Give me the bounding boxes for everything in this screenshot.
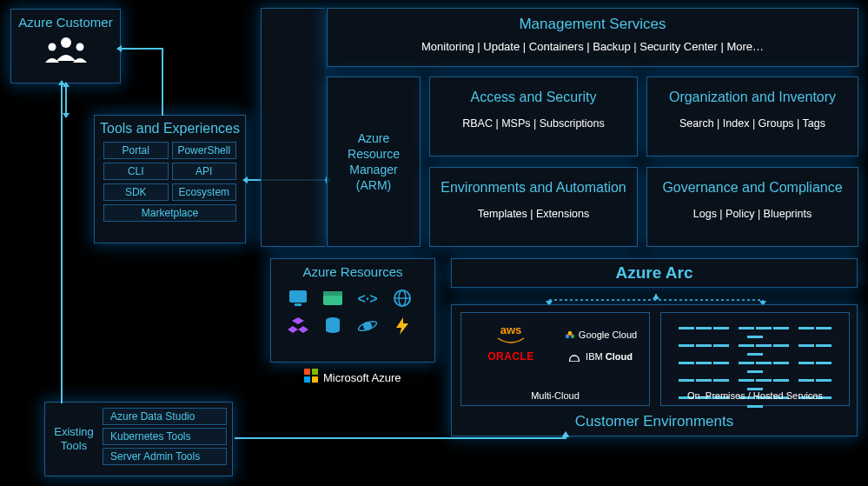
management-services-sub: Monitoring | Update | Containers | Backu… <box>328 40 858 53</box>
svg-rect-18 <box>304 369 310 375</box>
resource-webapp-icon <box>320 286 346 310</box>
quad-org-title: Organization and Inventory <box>647 90 858 105</box>
existing-tools-box: Existing Tools Azure Data Studio Kuberne… <box>44 402 233 476</box>
provider-google: Google Cloud <box>557 323 642 345</box>
customer-environments-box: aws Google Cloud ORACLE IBM Cloud Multi-… <box>451 304 858 436</box>
svg-rect-4 <box>295 303 301 306</box>
resource-monitor-icon <box>285 286 311 310</box>
resource-cosmos-icon <box>354 314 381 338</box>
svg-point-29 <box>566 334 569 337</box>
quad-org-sub: Search | Index | Groups | Tags <box>647 117 858 130</box>
azure-resources-title: Azure Resources <box>271 264 434 279</box>
existing-tool-serveradmin: Server Admin Tools <box>103 448 227 465</box>
svg-rect-3 <box>289 290 307 303</box>
quad-access-title: Access and Security <box>430 90 637 105</box>
resource-database-icon <box>320 314 346 338</box>
svg-marker-11 <box>292 317 304 324</box>
svg-rect-19 <box>312 369 318 375</box>
arm-box: Azure Resource Manager (ARM) <box>327 77 421 247</box>
quad-env-sub: Templates | Extensions <box>430 208 637 220</box>
svg-point-30 <box>571 334 574 337</box>
arrow-into-env <box>565 436 567 439</box>
provider-oracle: ORACLE <box>468 350 553 363</box>
provider-aws: aws <box>468 323 553 345</box>
quad-org-box: Organization and Inventory Search | Inde… <box>646 77 858 156</box>
quad-gov-title: Governance and Compliance <box>647 180 858 196</box>
svg-marker-17 <box>396 317 408 335</box>
resource-code-icon: <·> <box>354 286 381 310</box>
svg-rect-6 <box>323 291 342 296</box>
svg-rect-21 <box>312 376 318 383</box>
azure-customer-box: Azure Customer <box>10 9 121 83</box>
svg-point-31 <box>568 330 572 334</box>
svg-marker-13 <box>298 326 308 333</box>
tool-portal: Portal <box>103 142 169 159</box>
quad-env-box: Environments and Automation Templates | … <box>429 167 638 247</box>
connector-down-to-tools <box>162 48 163 116</box>
arrow-customer-tools <box>65 87 67 113</box>
existing-tools-title: Existing Tools <box>45 425 103 452</box>
microsoft-logo-icon <box>304 369 318 386</box>
quad-access-sub: RBAC | MSPs | Subscriptions <box>430 117 637 130</box>
tool-cli: CLI <box>103 163 169 180</box>
multi-cloud-box: aws Google Cloud ORACLE IBM Cloud Multi-… <box>461 312 650 406</box>
management-services-box: Management Services Monitoring | Update … <box>327 8 858 67</box>
tool-powershell: PowerShell <box>172 142 237 159</box>
azure-customer-label: Azure Customer <box>11 15 120 30</box>
resource-cubes-icon <box>285 314 311 338</box>
arrow-up-to-customer <box>61 85 63 86</box>
svg-marker-12 <box>288 326 298 333</box>
svg-marker-28 <box>653 294 659 299</box>
existing-tool-k8s: Kubernetes Tools <box>103 428 227 445</box>
people-icon <box>11 35 120 73</box>
arrow-customer-right <box>122 48 162 50</box>
quad-gov-sub: Logs | Policy | Blueprints <box>647 208 858 220</box>
tool-api: API <box>172 163 237 180</box>
outer-left-rail <box>261 8 325 247</box>
connector-existing-to-env-h <box>235 437 567 439</box>
resource-globe-icon <box>389 286 415 310</box>
azure-arc-box: Azure Arc <box>451 258 858 288</box>
onprem-box: On–Premises / Hosted Services <box>660 312 850 406</box>
azure-arc-title: Azure Arc <box>452 259 857 287</box>
svg-point-0 <box>61 37 71 48</box>
quad-access-box: Access and Security RBAC | MSPs | Subscr… <box>429 77 638 156</box>
tool-ecosystem: Ecosystem <box>172 183 237 201</box>
svg-rect-20 <box>304 376 310 383</box>
quad-env-title: Environments and Automation <box>430 180 637 196</box>
multi-cloud-label: Multi-Cloud <box>461 390 649 401</box>
quad-gov-box: Governance and Compliance Logs | Policy … <box>646 167 858 247</box>
management-services-title: Management Services <box>328 16 858 33</box>
provider-ibm: IBM Cloud <box>557 350 642 363</box>
resource-functions-icon <box>389 314 415 338</box>
existing-tool-ads: Azure Data Studio <box>103 408 227 425</box>
arm-label: Azure Resource Manager (ARM) <box>328 130 420 194</box>
customer-environments-title: Customer Environments <box>452 413 857 430</box>
ms-azure-text: Microsoft Azure <box>323 371 401 384</box>
svg-point-1 <box>48 43 56 51</box>
svg-point-2 <box>76 43 83 51</box>
svg-text:<·>: <·> <box>357 291 377 306</box>
tool-sdk: SDK <box>103 183 169 201</box>
ms-azure-label-row: Microsoft Azure <box>304 369 401 386</box>
tool-marketplace: Marketplace <box>103 204 236 222</box>
tools-experiences-title: Tools and Experiences <box>95 121 245 136</box>
tools-experiences-box: Tools and Experiences Portal PowerShell … <box>94 115 246 243</box>
azure-resources-box: Azure Resources <·> <box>270 258 435 363</box>
onprem-label: On–Premises / Hosted Services <box>661 390 849 401</box>
connector-customer-existing-v <box>61 85 63 403</box>
